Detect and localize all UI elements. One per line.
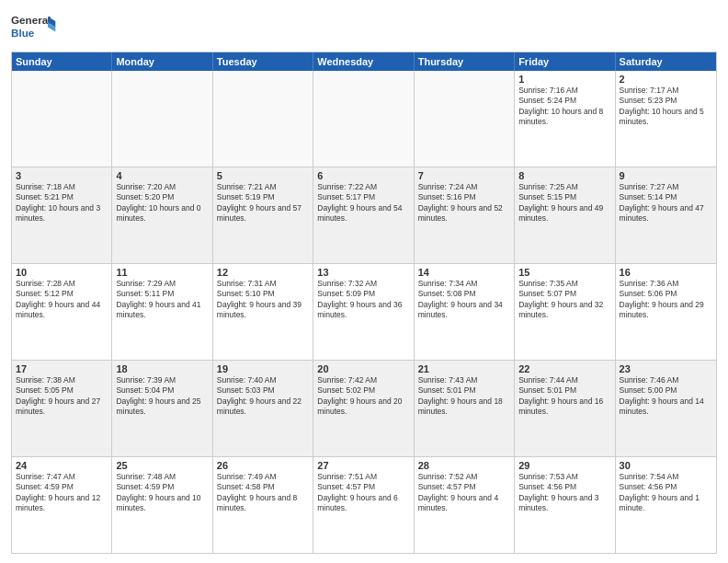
- day-info: Sunrise: 7:34 AM Sunset: 5:08 PM Dayligh…: [418, 279, 510, 321]
- calendar-cell: 18Sunrise: 7:39 AM Sunset: 5:04 PM Dayli…: [112, 361, 212, 456]
- day-info: Sunrise: 7:17 AM Sunset: 5:23 PM Dayligh…: [620, 86, 712, 128]
- calendar-header: SundayMondayTuesdayWednesdayThursdayFrid…: [12, 52, 716, 71]
- day-number: 18: [116, 363, 208, 374]
- day-number: 5: [217, 170, 309, 181]
- calendar-cell: 27Sunrise: 7:51 AM Sunset: 4:57 PM Dayli…: [313, 457, 414, 553]
- calendar-row: 10Sunrise: 7:28 AM Sunset: 5:12 PM Dayli…: [12, 264, 716, 361]
- day-info: Sunrise: 7:28 AM Sunset: 5:12 PM Dayligh…: [16, 279, 108, 321]
- calendar-cell: 3Sunrise: 7:18 AM Sunset: 5:21 PM Daylig…: [12, 167, 112, 263]
- calendar-row: 24Sunrise: 7:47 AM Sunset: 4:59 PM Dayli…: [12, 457, 716, 553]
- calendar-cell: 30Sunrise: 7:54 AM Sunset: 4:56 PM Dayli…: [616, 457, 716, 553]
- day-number: 14: [418, 267, 510, 278]
- day-number: 12: [217, 267, 309, 278]
- calendar-cell: 8Sunrise: 7:25 AM Sunset: 5:15 PM Daylig…: [515, 167, 615, 263]
- calendar-row: 17Sunrise: 7:38 AM Sunset: 5:05 PM Dayli…: [12, 361, 716, 457]
- day-info: Sunrise: 7:47 AM Sunset: 4:59 PM Dayligh…: [16, 472, 108, 514]
- day-number: 7: [418, 170, 510, 181]
- calendar-cell: 15Sunrise: 7:35 AM Sunset: 5:07 PM Dayli…: [515, 264, 615, 360]
- day-number: 3: [16, 170, 108, 181]
- day-info: Sunrise: 7:46 AM Sunset: 5:00 PM Dayligh…: [620, 375, 712, 418]
- day-number: 8: [518, 170, 610, 181]
- page: General Blue SundayMondayTuesdayWednesda…: [0, 0, 728, 563]
- day-info: Sunrise: 7:32 AM Sunset: 5:09 PM Dayligh…: [317, 279, 409, 321]
- day-info: Sunrise: 7:48 AM Sunset: 4:59 PM Dayligh…: [116, 472, 208, 514]
- calendar-cell: 23Sunrise: 7:46 AM Sunset: 5:00 PM Dayli…: [616, 361, 716, 456]
- day-info: Sunrise: 7:21 AM Sunset: 5:19 PM Dayligh…: [217, 182, 309, 224]
- logo-icon: General Blue: [11, 9, 57, 46]
- calendar-cell: [213, 71, 313, 167]
- day-info: Sunrise: 7:18 AM Sunset: 5:21 PM Dayligh…: [16, 182, 108, 224]
- day-number: 24: [16, 460, 108, 471]
- calendar-cell: 19Sunrise: 7:40 AM Sunset: 5:03 PM Dayli…: [213, 361, 313, 456]
- day-info: Sunrise: 7:36 AM Sunset: 5:06 PM Dayligh…: [620, 279, 712, 321]
- svg-text:Blue: Blue: [11, 27, 35, 39]
- day-number: 23: [620, 363, 712, 374]
- day-number: 16: [620, 267, 712, 278]
- day-number: 22: [518, 363, 610, 374]
- calendar-cell: 28Sunrise: 7:52 AM Sunset: 4:57 PM Dayli…: [415, 457, 515, 553]
- day-number: 1: [518, 74, 610, 85]
- day-info: Sunrise: 7:39 AM Sunset: 5:04 PM Dayligh…: [116, 375, 208, 418]
- day-number: 11: [116, 267, 208, 278]
- day-number: 29: [518, 460, 610, 471]
- calendar-cell: 29Sunrise: 7:53 AM Sunset: 4:56 PM Dayli…: [515, 457, 615, 553]
- calendar-cell: 17Sunrise: 7:38 AM Sunset: 5:05 PM Dayli…: [12, 361, 112, 456]
- calendar-cell: 14Sunrise: 7:34 AM Sunset: 5:08 PM Dayli…: [415, 264, 515, 360]
- day-info: Sunrise: 7:44 AM Sunset: 5:01 PM Dayligh…: [518, 375, 610, 418]
- calendar-body: 1Sunrise: 7:16 AM Sunset: 5:24 PM Daylig…: [12, 71, 716, 553]
- day-number: 13: [317, 267, 409, 278]
- calendar-cell: 25Sunrise: 7:48 AM Sunset: 4:59 PM Dayli…: [112, 457, 212, 553]
- day-info: Sunrise: 7:49 AM Sunset: 4:58 PM Dayligh…: [217, 472, 309, 514]
- calendar-cell: 13Sunrise: 7:32 AM Sunset: 5:09 PM Dayli…: [313, 264, 414, 360]
- weekday-header: Monday: [112, 52, 212, 71]
- weekday-header: Tuesday: [213, 52, 313, 71]
- weekday-header: Thursday: [415, 52, 515, 71]
- day-info: Sunrise: 7:40 AM Sunset: 5:03 PM Dayligh…: [217, 375, 309, 418]
- calendar-cell: 9Sunrise: 7:27 AM Sunset: 5:14 PM Daylig…: [616, 167, 716, 263]
- day-number: 28: [418, 460, 510, 471]
- day-info: Sunrise: 7:54 AM Sunset: 4:56 PM Dayligh…: [620, 472, 712, 514]
- day-number: 17: [16, 363, 108, 374]
- day-info: Sunrise: 7:31 AM Sunset: 5:10 PM Dayligh…: [217, 279, 309, 321]
- day-info: Sunrise: 7:53 AM Sunset: 4:56 PM Dayligh…: [518, 472, 610, 514]
- svg-text:General: General: [11, 14, 51, 26]
- day-number: 25: [116, 460, 208, 471]
- calendar-cell: 1Sunrise: 7:16 AM Sunset: 5:24 PM Daylig…: [515, 71, 615, 167]
- calendar-cell: 5Sunrise: 7:21 AM Sunset: 5:19 PM Daylig…: [213, 167, 313, 263]
- day-info: Sunrise: 7:42 AM Sunset: 5:02 PM Dayligh…: [317, 375, 409, 418]
- day-number: 26: [217, 460, 309, 471]
- calendar-cell: [12, 71, 112, 167]
- day-info: Sunrise: 7:43 AM Sunset: 5:01 PM Dayligh…: [418, 375, 510, 418]
- day-info: Sunrise: 7:20 AM Sunset: 5:20 PM Dayligh…: [116, 182, 208, 224]
- calendar-cell: 21Sunrise: 7:43 AM Sunset: 5:01 PM Dayli…: [415, 361, 515, 456]
- weekday-header: Wednesday: [313, 52, 414, 71]
- day-number: 30: [620, 460, 712, 471]
- day-info: Sunrise: 7:25 AM Sunset: 5:15 PM Dayligh…: [518, 182, 610, 224]
- day-info: Sunrise: 7:22 AM Sunset: 5:17 PM Dayligh…: [317, 182, 409, 224]
- day-info: Sunrise: 7:35 AM Sunset: 5:07 PM Dayligh…: [518, 279, 610, 321]
- calendar: SundayMondayTuesdayWednesdayThursdayFrid…: [11, 52, 717, 554]
- calendar-cell: 16Sunrise: 7:36 AM Sunset: 5:06 PM Dayli…: [616, 264, 716, 360]
- calendar-cell: 20Sunrise: 7:42 AM Sunset: 5:02 PM Dayli…: [313, 361, 414, 456]
- day-info: Sunrise: 7:16 AM Sunset: 5:24 PM Dayligh…: [518, 86, 610, 128]
- weekday-header: Sunday: [12, 52, 112, 71]
- day-number: 4: [116, 170, 208, 181]
- day-number: 2: [620, 74, 712, 85]
- calendar-cell: 22Sunrise: 7:44 AM Sunset: 5:01 PM Dayli…: [515, 361, 615, 456]
- calendar-row: 1Sunrise: 7:16 AM Sunset: 5:24 PM Daylig…: [12, 71, 716, 167]
- calendar-cell: 12Sunrise: 7:31 AM Sunset: 5:10 PM Dayli…: [213, 264, 313, 360]
- calendar-cell: [313, 71, 414, 167]
- day-number: 6: [317, 170, 409, 181]
- calendar-cell: 24Sunrise: 7:47 AM Sunset: 4:59 PM Dayli…: [12, 457, 112, 553]
- weekday-header: Saturday: [616, 52, 716, 71]
- calendar-cell: 4Sunrise: 7:20 AM Sunset: 5:20 PM Daylig…: [112, 167, 212, 263]
- header: General Blue: [11, 9, 717, 46]
- calendar-cell: 11Sunrise: 7:29 AM Sunset: 5:11 PM Dayli…: [112, 264, 212, 360]
- day-info: Sunrise: 7:38 AM Sunset: 5:05 PM Dayligh…: [16, 375, 108, 418]
- day-info: Sunrise: 7:51 AM Sunset: 4:57 PM Dayligh…: [317, 472, 409, 514]
- calendar-cell: [415, 71, 515, 167]
- day-number: 9: [620, 170, 712, 181]
- day-number: 19: [217, 363, 309, 374]
- calendar-cell: 2Sunrise: 7:17 AM Sunset: 5:23 PM Daylig…: [616, 71, 716, 167]
- calendar-cell: 10Sunrise: 7:28 AM Sunset: 5:12 PM Dayli…: [12, 264, 112, 360]
